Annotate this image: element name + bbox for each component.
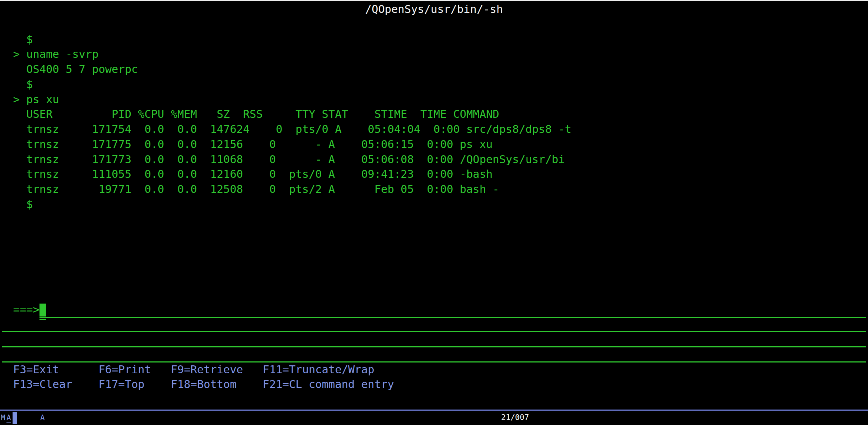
ps-table-row: trnsz 171773 0.0 0.0 11068 0 - A 05:06:0… [0, 152, 868, 167]
terminal-output-line: $ [0, 32, 868, 47]
function-key-row: F13=Clear F17=Top F18=Bottom F21=CL comm… [0, 377, 868, 392]
cursor-underline [39, 319, 46, 320]
status-bar-divider [0, 410, 868, 411]
ps-table-header: USER PID %CPU %MEM SZ RSS TTY STAT STIME… [0, 107, 868, 122]
ps-table-row: trnsz 19771 0.0 0.0 12508 0 pts/2 A Feb … [0, 182, 868, 197]
terminal-screen: /QOpenSys/usr/bin/-sh $ > uname -svrp OS… [0, 0, 868, 425]
status-indicator-a: A [40, 413, 45, 422]
terminal-output-line: > ps xu [0, 92, 868, 107]
command-input-field[interactable] [39, 317, 866, 318]
command-prompt: ===> [0, 302, 868, 317]
command-input-field-continuation[interactable] [2, 331, 866, 332]
screen-title: /QOpenSys/usr/bin/-sh [0, 2, 868, 17]
command-input-field-continuation[interactable] [2, 346, 866, 347]
terminal-output-line: OS400 5 7 powerpc [0, 62, 868, 77]
terminal-output: $ > uname -svrp OS400 5 7 powerpc $ > ps… [0, 32, 868, 212]
terminal-output-line: $ [0, 77, 868, 92]
ps-table-row: trnsz 171775 0.0 0.0 12156 0 - A 05:06:1… [0, 137, 868, 152]
terminal-output-line: $ [0, 197, 868, 212]
window-top-edge [0, 0, 868, 1]
ps-table-row: trnsz 171754 0.0 0.0 147624 0 pts/0 A 05… [0, 122, 868, 137]
terminal-output-line: > uname -svrp [0, 47, 868, 62]
status-indicator-a-underlined: A [6, 413, 11, 423]
ps-table-row: trnsz 111055 0.0 0.0 12160 0 pts/0 A 09:… [0, 167, 868, 182]
text-cursor[interactable] [39, 304, 46, 317]
status-indicator-m: M [1, 413, 5, 422]
cursor-position-indicator: 21/007 [501, 413, 529, 422]
function-key-legend: F3=Exit F6=Print F9=Retrieve F11=Truncat… [0, 362, 868, 392]
function-key-row: F3=Exit F6=Print F9=Retrieve F11=Truncat… [0, 362, 868, 377]
status-block-indicator [13, 412, 17, 424]
